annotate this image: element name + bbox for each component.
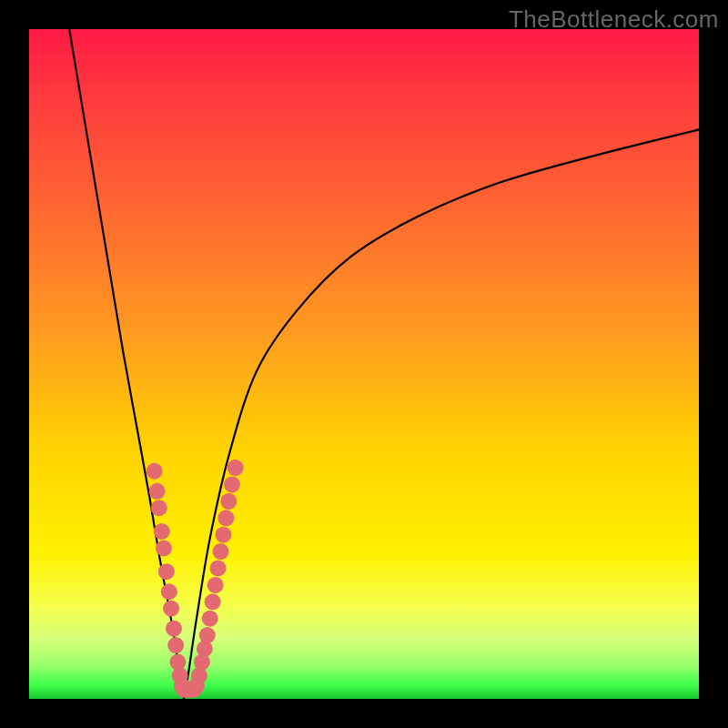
data-marker [149, 483, 166, 500]
data-marker [166, 621, 182, 637]
data-marker [202, 611, 218, 627]
data-marker [213, 543, 229, 560]
data-marker [161, 583, 177, 600]
data-marker [151, 500, 167, 516]
data-marker [158, 563, 175, 580]
data-marker [210, 560, 227, 576]
plot-area [29, 29, 699, 699]
data-marker [224, 476, 240, 492]
data-marker [163, 601, 179, 617]
data-marker [154, 523, 170, 540]
chart-svg [29, 29, 699, 699]
data-marker [156, 540, 172, 556]
data-marker [220, 493, 237, 510]
data-marker [205, 593, 221, 610]
data-marker [228, 460, 244, 476]
data-marker [147, 463, 163, 480]
right-curve [184, 129, 699, 699]
data-marker [167, 637, 184, 653]
data-marker [207, 577, 224, 593]
outer-frame: TheBottleneck.com [0, 0, 728, 728]
marker-layer [147, 460, 244, 698]
curve-layer [69, 29, 699, 699]
data-marker [199, 627, 216, 643]
data-marker [215, 527, 231, 543]
data-marker [217, 510, 234, 526]
